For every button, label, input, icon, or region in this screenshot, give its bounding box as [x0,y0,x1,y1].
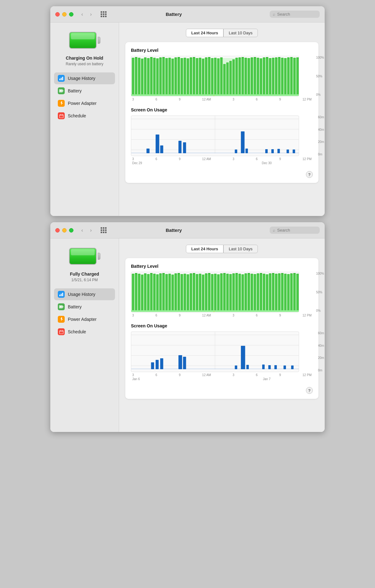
screen-y-labels-2: 60m 40m 20m 0m [318,331,324,372]
screen-bars-svg-2 [131,332,299,372]
svg-rect-81 [271,149,274,153]
svg-rect-93 [60,330,61,331]
battery-terminal-2 [98,253,100,260]
sidebar-nav-1: Usage History Battery [50,72,119,122]
svg-rect-95 [60,331,63,332]
svg-rect-7 [60,114,61,115]
date-labels-2: Jan 6 Jan 7 [131,377,313,381]
battery-status-title-1: Charging On Hold [66,56,103,61]
window-title-2: Battery [81,228,267,233]
battery-status-sub-1: Rarely used on battery [66,62,103,66]
svg-rect-88 [62,293,63,296]
svg-rect-87 [61,294,62,296]
svg-rect-5 [63,90,63,91]
svg-rect-91 [63,306,63,307]
sidebar-item-power-2[interactable]: Power Adapter [54,313,115,325]
svg-rect-73 [156,135,159,153]
sidebar-item-schedule-2[interactable]: Schedule [54,326,115,338]
svg-rect-166 [262,365,265,369]
help-button-2[interactable]: ? [306,387,313,394]
battery-chart-title-1: Battery Level [131,48,313,53]
date-label-right-2: Jan 7 [222,377,312,381]
power-icon-1 [58,100,65,107]
screen-x-labels-2: 36912 AM36912 PM [131,372,313,377]
chart-container-2: Battery Level [125,258,318,399]
traffic-lights-2 [55,228,73,233]
sidebar-item-schedule-1[interactable]: Schedule [54,110,115,122]
battery-x-labels-2: 36912 AM36912 PM [131,312,313,317]
help-button-1[interactable]: ? [306,171,313,178]
tab-bar-1: Last 24 Hours Last 10 Days [125,29,318,37]
battery-status-sub-2: 1/5/21, 6:14 PM [71,278,98,282]
maximize-button-1[interactable] [69,12,73,17]
battery-status-title-2: Fully Charged [70,272,99,277]
search-bar-2[interactable]: ⌕ [270,227,320,234]
battery-green-area-1 [131,58,299,96]
battery-terminal-1 [98,37,100,44]
battery-sheen-1 [71,33,95,39]
sidebar-2: Fully Charged 1/5/21, 6:14 PM Usage Hist… [50,238,119,432]
date-label-left-1: Dec 29 [132,161,222,165]
usage-history-icon-2 [58,291,65,298]
svg-rect-165 [246,365,249,369]
svg-rect-1 [61,78,62,80]
svg-rect-0 [59,79,60,80]
search-input-2[interactable] [277,228,317,233]
minimize-button-1[interactable] [62,12,67,17]
svg-rect-76 [183,142,186,153]
sidebar-item-battery-1[interactable]: Battery [54,85,115,97]
svg-rect-169 [283,365,286,369]
svg-rect-167 [268,365,271,369]
screen-y-labels-1: 60m 40m 20m 0m [318,115,324,156]
battery-visual-1 [69,32,97,49]
battery-level-chart-1: Battery Level [131,48,313,101]
screen-x-labels-1: 36912 AM36912 PM [131,156,313,161]
battery-level-chart-2: Battery Level [131,264,313,317]
tab-24hours-2[interactable]: Last 24 Hours [186,245,223,253]
screen-usage-chart-2: Screen On Usage [131,323,313,381]
sidebar-label-usage-2: Usage History [68,292,95,297]
close-button-1[interactable] [55,12,60,17]
window-body-1: Charging On Hold Rarely used on battery … [50,22,325,216]
tab-10days-2[interactable]: Last 10 Days [223,245,258,253]
battery-chart-inner-1: ⚡ [131,56,299,96]
date-label-right-1: Dec 30 [222,161,312,165]
battery-chart-inner-2: ⚡ [131,272,299,312]
sidebar-label-battery-1: Battery [68,88,82,93]
close-button-2[interactable] [55,228,60,233]
svg-rect-84 [293,149,295,153]
battery-sheen-2 [71,249,95,255]
screen-chart-inner-1 [131,115,299,156]
sidebar-item-power-1[interactable]: Power Adapter [54,97,115,109]
help-btn-area-1: ? [131,171,313,178]
sidebar-item-usage-history-2[interactable]: Usage History [54,288,115,300]
svg-rect-80 [265,149,268,153]
tab-bar-2: Last 24 Hours Last 10 Days [125,245,318,253]
sidebar-label-usage-1: Usage History [68,76,95,81]
date-labels-1: Dec 29 Dec 30 [131,161,313,165]
svg-rect-75 [178,141,182,153]
sidebar-label-power-2: Power Adapter [68,317,97,322]
svg-rect-9 [60,115,63,116]
tab-24hours-1[interactable]: Last 24 Hours [186,29,223,37]
svg-rect-168 [274,365,277,369]
svg-rect-162 [183,357,186,369]
svg-rect-74 [160,145,163,153]
svg-rect-159 [156,360,159,369]
sidebar-item-usage-history-1[interactable]: Usage History [54,72,115,84]
minimize-button-2[interactable] [62,228,67,233]
traffic-lights-1 [55,12,73,17]
tab-10days-1[interactable]: Last 10 Days [223,29,258,37]
screen-chart-inner-2 [131,331,299,372]
titlebar-1: ‹ › Battery ⌕ [50,6,325,22]
search-bar-1[interactable]: ⌕ [270,11,320,18]
sidebar-nav-2: Usage History Battery [50,288,119,338]
schedule-icon-2 [58,328,65,335]
svg-rect-158 [151,362,154,369]
svg-rect-86 [59,295,60,296]
maximize-button-2[interactable] [69,228,73,233]
sidebar-item-battery-2[interactable]: Battery [54,301,115,313]
battery-chart-wrapper-2: ⚡ 100% 50% 0% [131,272,313,312]
svg-rect-90 [60,306,62,308]
search-input-1[interactable] [277,12,317,17]
